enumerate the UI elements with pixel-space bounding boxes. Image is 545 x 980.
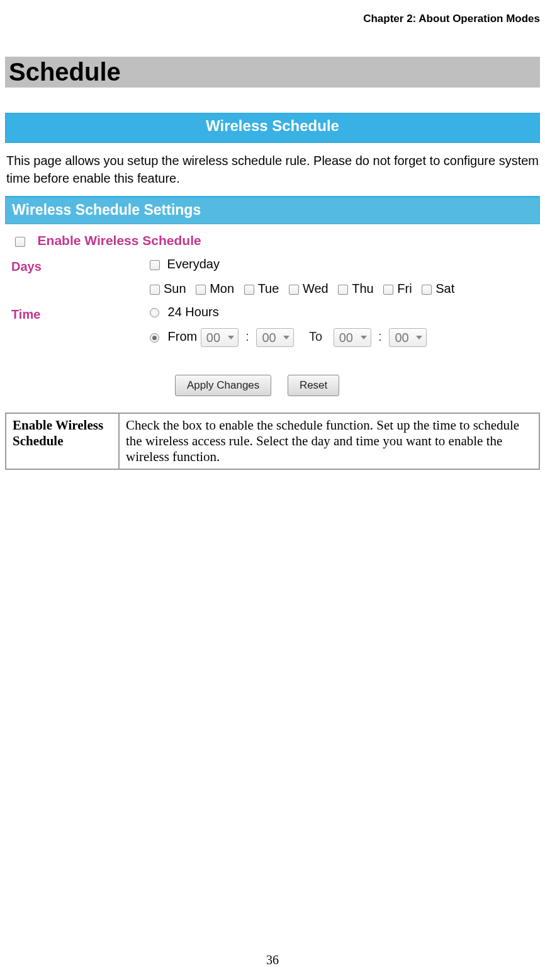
everyday-checkbox[interactable]: [150, 260, 160, 270]
section-heading-schedule: Schedule: [5, 57, 540, 88]
table-row: Enable Wireless Schedule Check the box t…: [6, 413, 539, 469]
from-min-dropdown[interactable]: 00: [256, 328, 294, 347]
definition-table: Enable Wireless Schedule Check the box t…: [5, 413, 540, 470]
apply-changes-button[interactable]: Apply Changes: [175, 375, 271, 396]
definition-desc: Check the box to enable the schedule fun…: [119, 413, 539, 469]
definition-term: Enable Wireless Schedule: [6, 413, 119, 469]
enable-wireless-schedule-label: Enable Wireless Schedule: [38, 233, 201, 248]
day-mon-label: Mon: [210, 282, 234, 295]
colon-separator: :: [245, 329, 249, 343]
from-hour-value: 00: [206, 331, 220, 345]
chapter-header: Chapter 2: About Operation Modes: [5, 13, 540, 25]
day-sat-label: Sat: [435, 282, 454, 295]
page-number: 36: [0, 953, 545, 967]
day-tue-label: Tue: [258, 282, 279, 295]
to-label: To: [309, 329, 322, 343]
day-wed-checkbox[interactable]: [289, 285, 299, 295]
day-tue-checkbox[interactable]: [244, 285, 254, 295]
day-mon-checkbox[interactable]: [196, 285, 206, 295]
chevron-down-icon: [283, 336, 289, 339]
from-min-value: 00: [262, 331, 276, 345]
days-label: Days: [11, 257, 150, 274]
day-fri-label: Fri: [397, 282, 412, 295]
day-fri-checkbox[interactable]: [383, 285, 393, 295]
time-label: Time: [11, 305, 150, 322]
enable-wireless-schedule-checkbox[interactable]: [15, 237, 25, 247]
to-min-dropdown[interactable]: 00: [389, 328, 427, 347]
reset-button[interactable]: Reset: [288, 375, 339, 396]
to-hour-value: 00: [339, 331, 353, 345]
time-from-radio[interactable]: [150, 333, 159, 343]
everyday-label: Everyday: [167, 257, 220, 271]
day-thu-checkbox[interactable]: [338, 285, 348, 295]
chevron-down-icon: [228, 336, 234, 339]
day-thu-label: Thu: [352, 282, 373, 295]
banner-settings: Wireless Schedule Settings: [5, 197, 540, 224]
time-24hours-radio[interactable]: [150, 308, 159, 317]
day-sun-checkbox[interactable]: [150, 285, 160, 295]
from-label: From: [168, 329, 198, 343]
from-hour-dropdown[interactable]: 00: [201, 328, 239, 347]
day-wed-label: Wed: [303, 282, 329, 295]
to-min-value: 00: [395, 331, 408, 345]
day-sat-checkbox[interactable]: [422, 285, 432, 295]
intro-text: This page allows you setup the wireless …: [5, 143, 540, 196]
colon-separator: :: [378, 329, 382, 343]
chevron-down-icon: [416, 336, 422, 339]
wireless-schedule-panel: Wireless Schedule This page allows you s…: [5, 113, 540, 407]
day-sun-label: Sun: [164, 282, 186, 295]
banner-wireless-schedule: Wireless Schedule: [5, 113, 540, 143]
to-hour-dropdown[interactable]: 00: [334, 328, 371, 347]
time-24hours-label: 24 Hours: [168, 305, 219, 319]
chevron-down-icon: [361, 336, 367, 339]
